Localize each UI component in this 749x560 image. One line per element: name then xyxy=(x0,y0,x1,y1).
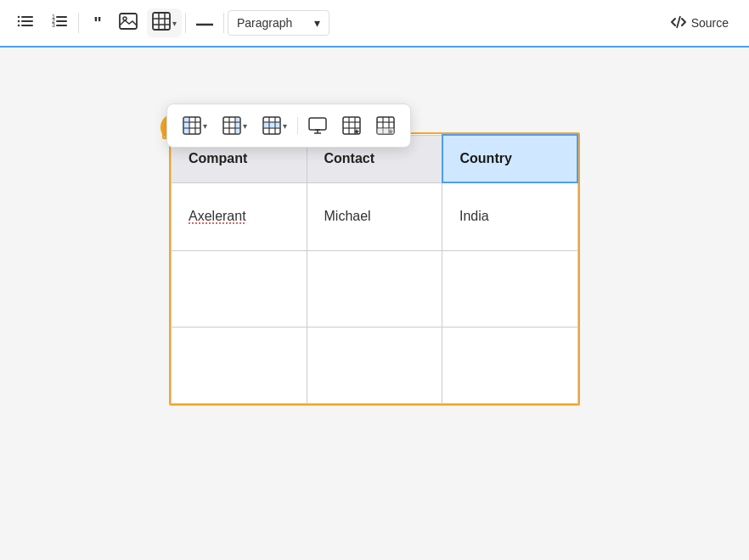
separator-1 xyxy=(78,13,79,33)
cell-country-2[interactable] xyxy=(442,250,578,327)
image-button[interactable] xyxy=(113,8,144,38)
cell-company-3[interactable] xyxy=(172,327,307,403)
quote-icon: " xyxy=(93,14,101,33)
svg-rect-32 xyxy=(235,117,240,134)
paragraph-label: Paragraph xyxy=(237,16,292,30)
table-icon xyxy=(152,12,171,34)
paragraph-dropdown-arrow: ▾ xyxy=(314,16,320,30)
main-toolbar: 1 2 3 " xyxy=(0,0,749,48)
cell-country-3[interactable] xyxy=(442,327,578,403)
table-insert-group[interactable]: ▾ xyxy=(147,8,182,37)
source-button[interactable]: Source xyxy=(661,9,739,37)
ordered-list-button[interactable]: 1 2 3 xyxy=(44,8,75,38)
svg-rect-14 xyxy=(153,13,170,30)
unordered-list-button[interactable] xyxy=(10,8,41,38)
image-icon xyxy=(119,13,138,34)
insert-col-right-arrow: ▾ xyxy=(243,121,247,131)
data-table: Compant Contact Country Axelerant xyxy=(171,134,578,404)
ft-divider-1 xyxy=(297,117,298,134)
svg-rect-39 xyxy=(309,118,326,130)
cell-company-2[interactable] xyxy=(172,250,307,327)
svg-rect-38 xyxy=(263,122,280,128)
list-ordered-icon: 1 2 3 xyxy=(51,14,68,33)
table-row xyxy=(172,250,578,327)
column-properties-button[interactable]: ★ xyxy=(335,111,368,140)
separator-3 xyxy=(223,13,224,33)
table-row xyxy=(172,327,578,403)
floating-table-toolbar: ▾ ▾ ▾ xyxy=(166,104,411,148)
source-label: Source xyxy=(691,16,729,30)
svg-text:★: ★ xyxy=(353,127,360,135)
svg-line-20 xyxy=(677,16,680,28)
insert-column-left-button[interactable]: ▾ xyxy=(176,111,214,140)
cell-company-1[interactable]: Axelerant xyxy=(172,182,307,250)
insert-column-right-button[interactable]: ▾ xyxy=(216,111,254,140)
svg-rect-26 xyxy=(183,117,189,134)
toolbar-list-buttons: 1 2 3 xyxy=(10,8,75,38)
cell-contact-3[interactable] xyxy=(307,327,442,403)
svg-rect-12 xyxy=(120,14,137,29)
table-chevron-icon: ▾ xyxy=(172,19,177,28)
table-row: Axelerant Michael India xyxy=(172,182,578,250)
horizontal-rule-icon xyxy=(196,14,213,32)
svg-text:3: 3 xyxy=(52,22,55,28)
column-header-country[interactable]: Country xyxy=(442,135,578,182)
table-container: Compant Contact Country Axelerant xyxy=(169,132,580,406)
quote-button[interactable]: " xyxy=(82,8,113,38)
table-properties-button[interactable] xyxy=(301,111,334,140)
insert-row-arrow: ▾ xyxy=(283,121,287,131)
insert-col-left-arrow: ▾ xyxy=(203,121,207,131)
paragraph-dropdown[interactable]: Paragraph ▾ xyxy=(228,10,329,36)
list-unordered-icon xyxy=(17,14,34,33)
insert-row-button[interactable]: ▾ xyxy=(256,111,294,140)
row-properties-button[interactable]: ★ xyxy=(369,111,402,140)
source-code-icon xyxy=(671,14,686,32)
horizontal-rule-button[interactable] xyxy=(189,8,220,38)
svg-rect-55 xyxy=(377,128,394,134)
separator-2 xyxy=(185,13,186,33)
cell-contact-1[interactable]: Michael xyxy=(307,182,442,250)
cell-country-1[interactable]: India xyxy=(442,182,578,250)
table-wrapper: Compant Contact Country Axelerant xyxy=(169,132,580,406)
cell-contact-2[interactable] xyxy=(307,250,442,327)
